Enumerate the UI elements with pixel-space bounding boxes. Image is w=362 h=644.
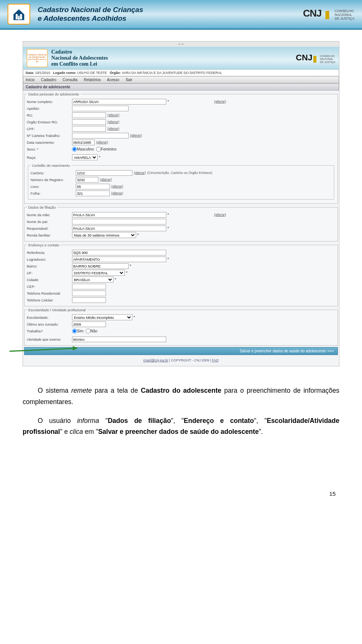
input-livro[interactable]	[76, 184, 110, 189]
cnj-logo-text: CNJ	[303, 8, 322, 19]
menu-cadastro[interactable]: Cadastro	[41, 78, 57, 82]
alterar-link[interactable]: (alterar)	[214, 100, 226, 103]
footer-email-link[interactable]: cnacl@cnj.jus.br	[143, 358, 168, 362]
label-data-nasc: Data nascimento:	[27, 140, 72, 144]
radio-feminino[interactable]	[96, 147, 101, 152]
label-num-reg: Número de Registro:	[31, 178, 76, 182]
legend-escolaridade: Escolaridade / Atividade profissional	[27, 308, 87, 312]
cnj-subtitle: CONSELHO NACIONAL DE JUSTIÇA	[334, 9, 354, 21]
app-cnj-stripe-icon	[313, 56, 316, 63]
select-renda[interactable]: Mais de 30 salários mínimos	[72, 232, 136, 238]
alterar-link[interactable]: (alterar)	[100, 178, 112, 181]
group-certidao: Certidão de nascimento Cartório:(alterar…	[28, 163, 334, 200]
app-cnj-subtitle: CONSELHONACIONALDE JUSTIÇA	[320, 55, 335, 63]
label-cpf: CPF:	[27, 127, 72, 131]
banner-title-line1: Cadastro Nacional de Crianças	[38, 6, 296, 14]
banner-logo	[8, 4, 30, 25]
input-cep[interactable]	[72, 284, 106, 289]
label-referencia: Referência:	[27, 251, 72, 255]
input-tel-cel[interactable]	[72, 297, 106, 303]
alterar-link[interactable]: (alterar)	[111, 184, 123, 188]
group-escolaridade: Escolaridade / Atividade profissional Es…	[24, 308, 338, 346]
input-bairro[interactable]	[72, 263, 129, 269]
alterar-link[interactable]: (alterar)	[214, 213, 226, 217]
input-ano[interactable]	[72, 321, 106, 327]
radio-sim[interactable]	[72, 329, 77, 334]
app-footer: cnacl@cnj.jus.br | COPYRIGHT - CNJ 2009 …	[23, 356, 339, 366]
group-filiacao: Dados de filiação Nome da mãe:*(alterar)…	[24, 205, 338, 241]
alterar-link[interactable]: (alterar)	[130, 134, 142, 137]
input-responsavel[interactable]	[72, 226, 166, 231]
input-atividade[interactable]	[72, 337, 166, 342]
input-cpf[interactable]	[72, 126, 106, 132]
arrow-callout-icon	[9, 344, 85, 352]
radio-nao[interactable]	[86, 329, 90, 334]
alterar-link[interactable]: (alterar)	[96, 140, 108, 144]
menu-bar: Início Cadastro Consulta Relatórios Aces…	[23, 76, 339, 83]
label-orgao-rg: Órgão Emissor RG:	[27, 120, 72, 124]
label-mae: Nome da mãe:	[27, 213, 72, 217]
svg-marker-7	[73, 346, 77, 350]
label-raca: Raça:	[27, 155, 72, 160]
group-dados-pessoais: Dados pessoais do adolescente Nome compl…	[24, 92, 338, 204]
label-tel-res: Telefone Residencial:	[27, 291, 72, 295]
label-cartorio: Cartório:	[31, 171, 76, 175]
svg-line-6	[9, 348, 77, 351]
svg-rect-3	[20, 16, 22, 19]
legend-certidao: Certidão de nascimento	[31, 163, 71, 168]
label-sexo: Sexo: *	[27, 147, 72, 151]
banner-cnj-block: CNJ CONSELHO NACIONAL DE JUSTIÇA	[303, 8, 354, 21]
app-screenshot: ‹‹ ›› Cadastro Nacional de Adolescentes …	[23, 41, 339, 366]
legend-filiacao: Dados de filiação	[27, 205, 57, 209]
alterar-link[interactable]: (alterar)	[134, 171, 146, 175]
save-button[interactable]: Salvar e preencher dados de saúde do ado…	[24, 347, 338, 355]
alterar-link[interactable]: (alterar)	[107, 120, 120, 124]
nav-arrows[interactable]: ‹‹ ››	[23, 41, 339, 47]
input-pai[interactable]	[72, 219, 166, 224]
house-family-icon	[12, 7, 26, 22]
alterar-link[interactable]: (alterar)	[107, 113, 120, 117]
select-cidade[interactable]: BRASÍLIA	[72, 277, 114, 283]
input-data-nasc[interactable]	[72, 140, 95, 145]
banner-title-line2: e Adolescentes Acolhidos	[38, 14, 296, 23]
svg-rect-5	[18, 17, 20, 20]
input-apelido[interactable]	[72, 106, 129, 111]
label-cep: CEP:	[27, 284, 72, 289]
label-cidade: Cidade:	[27, 278, 72, 282]
app-cnj-block: CNJ CONSELHONACIONALDE JUSTIÇA	[296, 53, 335, 64]
radio-masculino[interactable]	[72, 147, 77, 152]
alterar-link[interactable]: (alterar)	[107, 127, 120, 131]
select-uf[interactable]: DISTRITO FEDERAL	[72, 270, 125, 276]
select-raca[interactable]: AMARELA	[72, 154, 98, 160]
input-referencia[interactable]	[72, 250, 166, 255]
alterar-link[interactable]: (alterar)	[111, 191, 123, 195]
page-header-banner: Cadastro Nacional de Crianças e Adolesce…	[0, 0, 362, 30]
save-button-label: Salvar e preencher dados de saúde do ado…	[240, 349, 334, 353]
menu-consulta[interactable]: Consulta	[63, 78, 77, 82]
input-folha[interactable]	[76, 191, 110, 196]
input-num-reg[interactable]	[76, 177, 98, 183]
menu-relatorios[interactable]: Relatórios	[84, 78, 101, 82]
input-tel-res[interactable]	[72, 290, 106, 296]
label-trabalha: Trabalha?	[27, 329, 72, 333]
menu-inicio[interactable]: Início	[26, 78, 35, 82]
label-folha: Folha:	[31, 191, 76, 195]
label-logradouro: Logradouro:	[27, 257, 72, 261]
app-header: Cadastro Nacional de Adolescentes em Con…	[23, 47, 339, 69]
input-mae[interactable]	[72, 212, 166, 218]
input-rg[interactable]	[72, 112, 106, 118]
input-logradouro[interactable]	[72, 257, 166, 262]
menu-acesso[interactable]: Acesso	[107, 78, 120, 82]
label-tel-cel: Telefone Celular:	[27, 298, 72, 302]
input-carteira[interactable]	[72, 133, 129, 138]
menu-sair[interactable]: Sair	[126, 78, 132, 82]
input-orgao-rg[interactable]	[72, 119, 106, 125]
label-ano: Último ano cursado:	[27, 322, 72, 326]
legend-endereco: Endereço e contato	[27, 243, 61, 247]
label-rg: RG:	[27, 113, 72, 117]
input-cartorio[interactable]	[76, 170, 132, 176]
footer-faq-link[interactable]: FAQ	[212, 358, 219, 362]
select-escolaridade[interactable]: Ensino Médio incompleto	[72, 314, 132, 320]
app-logo: Cadastro Nacional de Adolescentes em Con…	[27, 49, 48, 67]
input-nome[interactable]	[72, 99, 166, 105]
